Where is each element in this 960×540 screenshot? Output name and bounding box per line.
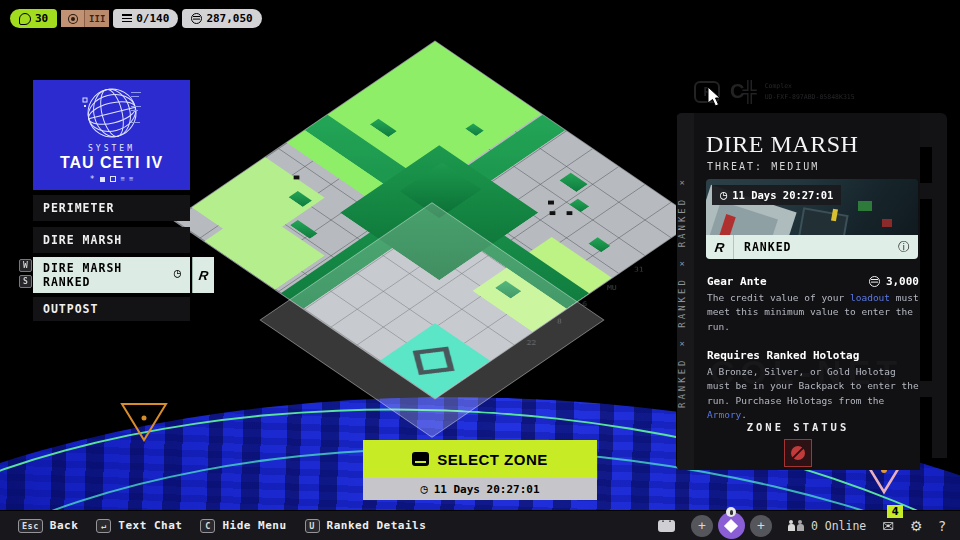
mail-badge: 4 (887, 505, 903, 518)
volume-minus-button[interactable]: + (691, 515, 713, 537)
player-level-badge[interactable]: 30 (10, 9, 57, 28)
armory-link[interactable]: Armory (707, 409, 741, 420)
map-structure (588, 237, 610, 252)
zone-item-dire-marsh-ranked[interactable]: DIRE MARSH RANKED ◷ (33, 257, 190, 293)
no-entry-icon (791, 446, 805, 460)
zone-item-perimeter[interactable]: PERIMETER (33, 195, 190, 221)
quest-counter: 0/140 (136, 12, 169, 25)
raider-icon (19, 13, 31, 25)
system-name: TAU CETI IV (60, 154, 163, 172)
hide-menu-label: Hide Menu (222, 519, 286, 532)
mic-icon (726, 507, 736, 517)
rank-tier-widget[interactable]: III (61, 9, 109, 28)
voice-chat-button[interactable] (718, 512, 745, 539)
credits-icon (191, 13, 202, 24)
serial-number: UD-FXF-897ABD-05848K315 (765, 92, 855, 102)
zone-detail-panel: RANKED × RANKED × RANKED × COL-NET DIRE … (676, 113, 920, 470)
text-chat-button[interactable]: ↵ Text Chat (96, 519, 182, 533)
zone-item-label: OUTPOST (43, 302, 98, 316)
hide-menu-button[interactable]: C Hide Menu (200, 519, 286, 533)
back-button[interactable]: Esc Back (18, 519, 78, 533)
zone-item-label: RANKED (43, 275, 91, 289)
key-hint-up: W (19, 259, 32, 272)
online-count: 0 Online (811, 519, 866, 533)
gear-ante-label: Gear Ante (707, 275, 767, 288)
photo-deco (882, 219, 892, 227)
zone-item-label: PERIMETER (43, 201, 114, 215)
brand-name: Complex (765, 81, 855, 91)
credits-badge[interactable]: 287,050 (182, 9, 261, 28)
ranked-icon-box: R (706, 235, 734, 259)
zone-item-label: DIRE MARSH (43, 233, 122, 247)
text-chat-label: Text Chat (118, 519, 182, 532)
u-key-icon: U (305, 519, 320, 533)
map-grid-label: MU (607, 285, 617, 291)
gear-ante-description: The credit value of your loadout must me… (707, 291, 920, 334)
zone-item-outpost[interactable]: OUTPOST (33, 297, 190, 321)
zone-timer-badge: ◷ 11 Days 20:27:01 (712, 185, 841, 205)
info-icon[interactable]: ⓘ (898, 239, 918, 256)
map-marker (548, 201, 554, 205)
panel-right-rail (932, 128, 947, 458)
select-zone-button[interactable]: SELECT ZONE (363, 440, 597, 478)
map-marker (293, 176, 299, 180)
select-zone-widget: SELECT ZONE ◷ 11 Days 20:27:01 (363, 440, 597, 500)
arc-logo-icon (724, 518, 738, 532)
threat-level: THREAT: MEDIUM (707, 161, 819, 172)
loadout-link[interactable]: loadout (850, 292, 890, 303)
holotag-title-row: Requires Ranked Holotag (707, 349, 919, 362)
settings-button[interactable]: ⚙ (910, 518, 923, 534)
zone-photo-card: ◷ 11 Days 20:27:01 R RANKED ⓘ (706, 179, 918, 259)
timer-value: 11 Days 20:27:01 (434, 483, 540, 496)
clock-icon: ◷ (420, 483, 427, 495)
bottom-bar: Esc Back ↵ Text Chat C Hide Menu U Ranke… (0, 510, 960, 540)
ranked-icon: R (198, 268, 209, 283)
system-eyebrow: SYSTEM (88, 144, 135, 153)
system-glyphs: * ≡ ≡ (90, 175, 133, 183)
header-serial-block: Complex UD-FXF-897ABD-05848K315 (765, 81, 855, 102)
chat-bubble-icon[interactable] (658, 520, 675, 532)
map-marker (549, 211, 555, 215)
ranked-icon: R (714, 240, 725, 255)
quest-counter-badge[interactable]: 0/140 (113, 9, 178, 28)
esc-key-icon: Esc (18, 519, 43, 533)
spectators-icon (788, 520, 804, 531)
photo-deco (858, 201, 872, 211)
ranked-tag: R (192, 257, 214, 293)
ranked-details-label: Ranked Details (327, 519, 427, 532)
rank-dot-icon (61, 10, 85, 27)
mail-button[interactable]: ✉ 4 (882, 518, 894, 534)
volume-plus-button[interactable]: + (750, 515, 772, 537)
map-marker (566, 211, 572, 215)
back-label: Back (50, 519, 79, 532)
enter-key-icon: ↵ (96, 519, 111, 533)
credits-icon (869, 276, 880, 287)
desc-text: The credit value of your (707, 292, 850, 303)
ranked-details-button[interactable]: U Ranked Details (305, 519, 427, 533)
ranked-bar: R RANKED ⓘ (706, 235, 918, 259)
panel-rail-bridge (918, 381, 947, 397)
globe-wireframe-icon (81, 84, 143, 142)
holotag-description: A Bronze, Silver, or Gold Holotag must b… (707, 365, 920, 422)
desc-text: A Bronze, Silver, or Gold Holotag must b… (707, 366, 919, 406)
panel-rail-bridge (918, 113, 947, 147)
desc-text: . (741, 409, 747, 420)
zone-item-label: DIRE MARSH (43, 261, 122, 275)
online-status: 0 Online (788, 519, 866, 533)
complex-logo-icon: C╬ (730, 80, 755, 103)
ranked-label: RANKED (734, 240, 898, 254)
player-level: 30 (35, 12, 48, 25)
select-zone-label: SELECT ZONE (437, 451, 548, 468)
map-grid-label: 31 (634, 267, 644, 273)
rank-tier: III (85, 10, 109, 27)
panel-title: DIRE MARSH (706, 131, 858, 158)
ranked-ribbon: RANKED × RANKED × RANKED × (676, 113, 694, 470)
clock-icon: ◷ (720, 189, 727, 201)
zone-status-closed-icon[interactable] (784, 439, 812, 467)
zone-item-dire-marsh[interactable]: DIRE MARSH (33, 227, 190, 253)
zone-status-label: ZONE STATUS (676, 421, 920, 433)
help-button[interactable]: ? (939, 518, 946, 534)
beacon-triangle-left (118, 400, 170, 444)
system-card: SYSTEM TAU CETI IV * ≡ ≡ (33, 80, 190, 190)
panel-rail-bridge (918, 183, 947, 199)
